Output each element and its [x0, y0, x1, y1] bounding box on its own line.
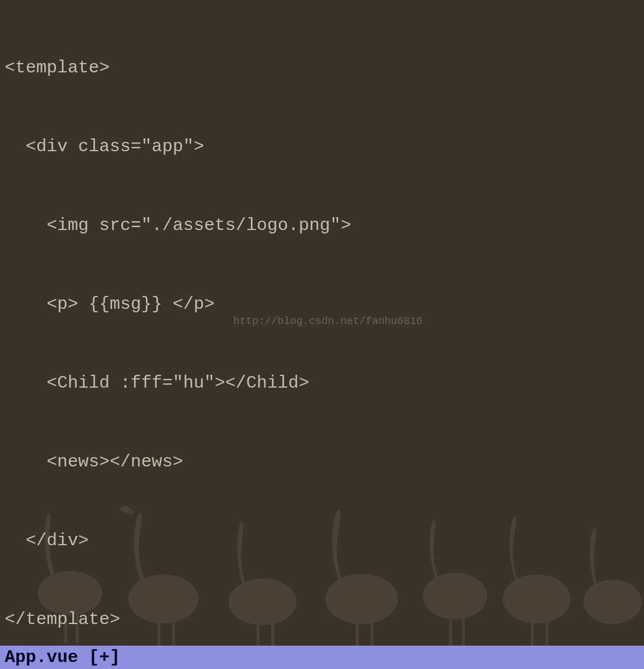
code-line: <news></news>	[5, 449, 639, 475]
status-modified-indicator: [+]	[89, 647, 120, 667]
watermark-text: http://blog.csdn.net/fanhu6816	[233, 315, 422, 327]
code-line: <img src="./assets/logo.png">	[5, 212, 639, 239]
code-line: </template>	[5, 607, 639, 633]
code-line: <p> {{msg}} </p>	[5, 291, 639, 318]
code-line: <div class="app">	[5, 134, 639, 160]
vim-status-bar: App.vue [+]	[0, 646, 644, 669]
code-line: </div>	[5, 528, 639, 554]
code-line: <Child :fff="hu"></Child>	[5, 370, 639, 396]
code-line: <template>	[5, 55, 639, 81]
code-editor-content[interactable]: <template> <div class="app"> <img src=".…	[0, 0, 644, 669]
status-filename: App.vue	[5, 647, 78, 667]
